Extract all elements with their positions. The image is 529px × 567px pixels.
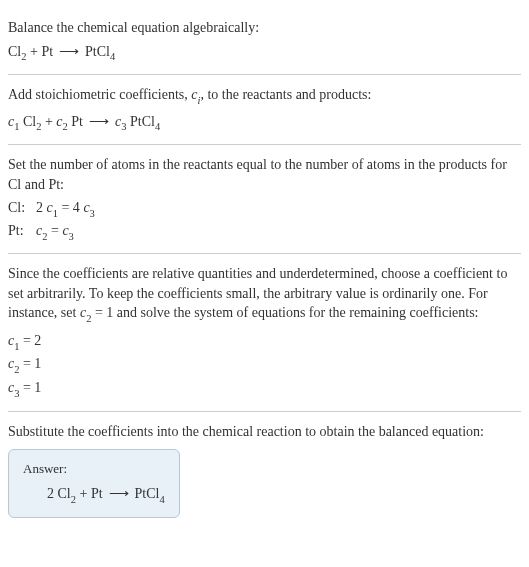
instr-4b: = 1 and solve the system of equations fo… <box>91 305 478 320</box>
instruction-4: Since the coefficients are relative quan… <box>8 264 521 326</box>
section-1: Balance the chemical equation algebraica… <box>8 8 521 74</box>
c1-sub: 1 <box>14 121 19 132</box>
r1c3: c <box>83 200 89 215</box>
ptcl-2: PtCl <box>130 114 155 129</box>
arrow-2: ⟶ <box>89 114 109 129</box>
reactant-pt: Pt <box>41 44 53 59</box>
answer-box: Answer: 2 Cl2 + Pt⟶PtCl4 <box>8 449 180 518</box>
equation-1: Cl2 + Pt⟶PtCl4 <box>8 42 521 64</box>
r2eq: = <box>47 223 62 238</box>
cr2v: = 1 <box>19 356 41 371</box>
plus-1: + <box>26 44 41 59</box>
arrow-1: ⟶ <box>59 44 79 59</box>
section-3: Set the number of atoms in the reactants… <box>8 144 521 253</box>
answer-label: Answer: <box>23 460 165 478</box>
aplus: + <box>76 486 91 501</box>
r1eq: = 4 <box>58 200 83 215</box>
coefficient-list: c1 = 2 c2 = 1 c3 = 1 <box>8 330 521 401</box>
r2c3s: 3 <box>69 231 74 242</box>
section-4: Since the coefficients are relative quan… <box>8 253 521 410</box>
instruction-3: Set the number of atoms in the reactants… <box>8 155 521 194</box>
r2c3: c <box>62 223 68 238</box>
section-2: Add stoichiometric coefficients, ci, to … <box>8 74 521 144</box>
cr2s: 2 <box>14 364 19 375</box>
ptcl-sub: 4 <box>110 51 115 62</box>
cr3s: 3 <box>14 388 19 399</box>
c2-sub: 2 <box>63 121 68 132</box>
instruction-5: Substitute the coefficients into the che… <box>8 422 521 442</box>
pt-eq: c2 = c3 <box>36 221 74 243</box>
cl2-2: Cl <box>23 114 36 129</box>
eq-row-pt: Pt: c2 = c3 <box>8 221 521 243</box>
pt-2: Pt <box>71 114 83 129</box>
balanced-equation: 2 Cl2 + Pt⟶PtCl4 <box>23 484 165 506</box>
aptcls: 4 <box>159 494 164 505</box>
ptcl-sub-2: 4 <box>155 121 160 132</box>
instr-2b: , to the reactants and products: <box>200 87 371 102</box>
atom-equations: Cl: 2 c1 = 4 c3 Pt: c2 = c3 <box>8 198 521 243</box>
section-5: Substitute the coefficients into the che… <box>8 411 521 528</box>
ci-sub: i <box>197 95 200 106</box>
cl-eq: 2 c1 = 4 c3 <box>36 198 95 220</box>
cl-label: Cl: <box>8 198 36 218</box>
r1a: 2 <box>36 200 47 215</box>
acl2: Cl <box>58 486 71 501</box>
instruction-2: Add stoichiometric coefficients, ci, to … <box>8 85 521 107</box>
c2: c <box>56 114 62 129</box>
cr1s: 1 <box>14 341 19 352</box>
acl2s: 2 <box>71 494 76 505</box>
instr-2a: Add stoichiometric coefficients, <box>8 87 191 102</box>
i4c2s: 2 <box>86 313 91 324</box>
cr1v: = 2 <box>19 333 41 348</box>
eq-row-cl: Cl: 2 c1 = 4 c3 <box>8 198 521 220</box>
c3-sub: 3 <box>121 121 126 132</box>
reactant-cl2: Cl <box>8 44 21 59</box>
equation-2: c1 Cl2 + c2 Pt⟶c3 PtCl4 <box>8 112 521 134</box>
pt-label: Pt: <box>8 221 36 241</box>
r1c1s: 1 <box>53 208 58 219</box>
cr3v: = 1 <box>19 380 41 395</box>
r2c2s: 2 <box>42 231 47 242</box>
coef-row-3: c3 = 1 <box>8 377 521 401</box>
cl2-sub: 2 <box>21 51 26 62</box>
coef-row-2: c2 = 1 <box>8 353 521 377</box>
aarrow: ⟶ <box>109 486 129 501</box>
product-ptcl: PtCl <box>85 44 110 59</box>
coef-row-1: c1 = 2 <box>8 330 521 354</box>
r1c3s: 3 <box>90 208 95 219</box>
r1c1: c <box>47 200 53 215</box>
plus-2: + <box>41 114 56 129</box>
aptcl: PtCl <box>135 486 160 501</box>
instruction-1: Balance the chemical equation algebraica… <box>8 18 521 38</box>
cl2-sub-2: 2 <box>36 121 41 132</box>
two: 2 <box>47 486 58 501</box>
apt: Pt <box>91 486 103 501</box>
